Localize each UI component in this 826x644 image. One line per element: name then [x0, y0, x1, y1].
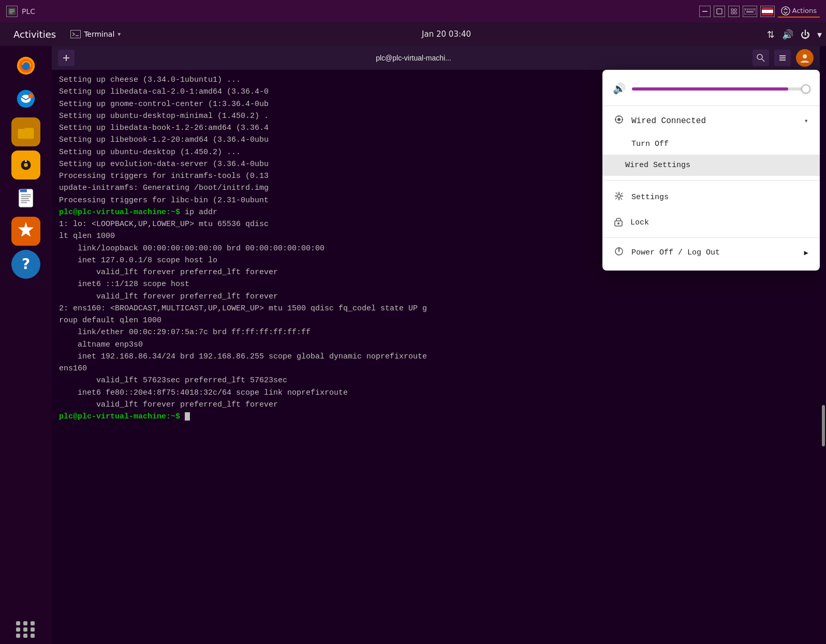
- system-dropdown-arrow[interactable]: ▾: [817, 29, 822, 40]
- svg-point-61: [617, 222, 620, 224]
- term-line: inet6 ::1/128 scope host: [59, 278, 813, 290]
- svg-rect-36: [20, 189, 27, 192]
- wired-settings-row[interactable]: Wired Settings: [602, 155, 820, 176]
- svg-rect-4: [702, 11, 707, 12]
- system-bar-right: Actions: [699, 5, 820, 18]
- terminal-button[interactable]: Terminal ▾: [65, 22, 126, 46]
- term-line: valid_lft forever preferred_lft forever: [59, 291, 813, 303]
- svg-rect-8: [731, 12, 733, 14]
- terminal-icon: [70, 30, 81, 38]
- language-btn[interactable]: [760, 6, 775, 17]
- dock-item-thunderbird[interactable]: [11, 84, 40, 113]
- keyboard-btn[interactable]: [743, 6, 757, 17]
- power-row[interactable]: Power Off / Log Out ▶: [602, 240, 820, 265]
- term-prompt-line-2: plc@plc-virtual-machine:~$: [59, 411, 813, 423]
- taskbar-right-icons: ⇅ 🔊 ⏻ ▾: [767, 29, 822, 40]
- scrollbar-thumb[interactable]: [822, 405, 825, 446]
- system-bar: PLC Actions: [0, 0, 826, 22]
- lock-row[interactable]: Lock: [602, 210, 820, 235]
- dock-item-appstore[interactable]: [11, 217, 40, 246]
- volume-slider-thumb[interactable]: [801, 84, 810, 94]
- svg-rect-12: [747, 9, 748, 10]
- dock-item-rhythmbox[interactable]: [11, 151, 40, 179]
- terminal-dropdown-arrow[interactable]: ▾: [117, 31, 121, 38]
- svg-rect-18: [762, 7, 773, 10]
- avatar-icon: [796, 49, 814, 67]
- wired-arrow: ▾: [804, 116, 808, 125]
- svg-rect-29: [18, 128, 34, 139]
- svg-rect-11: [745, 9, 746, 10]
- svg-point-54: [617, 118, 621, 121]
- turn-off-row[interactable]: Turn Off: [602, 133, 820, 155]
- new-tab-button[interactable]: [58, 50, 75, 66]
- svg-rect-13: [749, 9, 750, 10]
- terminal-titlebar: plc@plc-virtual-machi...: [52, 46, 820, 70]
- sidebar-dock: ?: [0, 46, 52, 644]
- volume-speaker-icon: 🔊: [613, 82, 626, 95]
- prompt-text: plc@plc-virtual-machine:~$: [59, 208, 180, 217]
- volume-icon[interactable]: 🔊: [782, 29, 793, 40]
- svg-point-34: [25, 160, 27, 162]
- turn-off-label: Turn Off: [631, 140, 669, 148]
- svg-rect-38: [21, 196, 31, 197]
- system-dropdown-panel: 🔊 Wired Connected ▾ Turn Off: [602, 70, 820, 271]
- dock-item-help[interactable]: ?: [11, 250, 40, 279]
- term-line: ens160: [59, 363, 813, 375]
- activities-button[interactable]: Activities: [4, 22, 65, 46]
- system-bar-left: PLC: [6, 6, 35, 17]
- actions-button[interactable]: Actions: [778, 5, 820, 18]
- actions-label: Actions: [792, 7, 817, 14]
- svg-point-52: [803, 54, 807, 58]
- prompt-text-2: plc@plc-virtual-machine:~$: [59, 412, 180, 421]
- settings-row[interactable]: Settings: [602, 185, 820, 210]
- svg-text:?: ?: [22, 256, 30, 273]
- plc-icon-box[interactable]: [6, 6, 18, 17]
- terminal-label: Terminal: [84, 30, 114, 38]
- power-icon[interactable]: ⏻: [801, 29, 810, 40]
- dock-item-files[interactable]: [11, 117, 40, 146]
- separator-2: [602, 180, 820, 181]
- main-area: ? plc@plc-virtual-machi...: [0, 46, 826, 644]
- terminal-scrollbar[interactable]: [820, 46, 826, 644]
- tile-btn[interactable]: [728, 6, 740, 17]
- term-line: altname enp3s0: [59, 339, 813, 351]
- wired-connected-row[interactable]: Wired Connected ▾: [602, 108, 820, 133]
- actions-icon: [781, 6, 790, 16]
- activities-label: Activities: [13, 29, 56, 40]
- volume-row: 🔊: [602, 79, 820, 103]
- volume-slider-fill: [632, 87, 788, 91]
- term-line: roup default qlen 1000: [59, 314, 813, 326]
- search-terminal-btn[interactable]: [753, 50, 769, 66]
- svg-point-33: [24, 163, 28, 167]
- svg-rect-1: [9, 9, 14, 10]
- svg-line-48: [762, 59, 764, 62]
- hamburger-menu-btn[interactable]: [774, 50, 791, 66]
- wired-label: Wired Connected: [631, 116, 706, 126]
- terminal-window: plc@plc-virtual-machi... Setting up chee…: [52, 46, 820, 644]
- svg-rect-30: [18, 126, 25, 129]
- wired-icon: [614, 114, 624, 127]
- volume-slider[interactable]: [632, 87, 809, 91]
- svg-rect-3: [9, 12, 12, 13]
- svg-rect-2: [9, 11, 14, 12]
- svg-rect-37: [21, 194, 31, 195]
- wired-settings-label: Wired Settings: [625, 161, 690, 170]
- power-icon-row: [614, 246, 624, 259]
- dock-item-show-apps[interactable]: [11, 615, 40, 644]
- terminal-title: plc@plc-virtual-machi...: [80, 54, 747, 62]
- taskbar: Activities Terminal ▾ Jan 20 03:40 ⇅ 🔊 ⏻…: [0, 22, 826, 46]
- maximize-btn[interactable]: [714, 6, 725, 17]
- svg-rect-6: [731, 9, 733, 11]
- svg-rect-40: [21, 200, 30, 201]
- settings-icon: [614, 191, 624, 204]
- separator-3: [602, 237, 820, 238]
- network-icon[interactable]: ⇅: [767, 29, 775, 40]
- svg-rect-9: [734, 12, 736, 14]
- datetime-text: Jan 20 03:40: [422, 29, 471, 39]
- minimize-btn[interactable]: [699, 6, 711, 17]
- taskbar-datetime: Jan 20 03:40: [126, 29, 767, 39]
- dock-item-writer[interactable]: [11, 184, 40, 213]
- dock-item-firefox[interactable]: [11, 51, 40, 80]
- svg-rect-7: [734, 9, 736, 11]
- cmd-text-2: [180, 412, 190, 421]
